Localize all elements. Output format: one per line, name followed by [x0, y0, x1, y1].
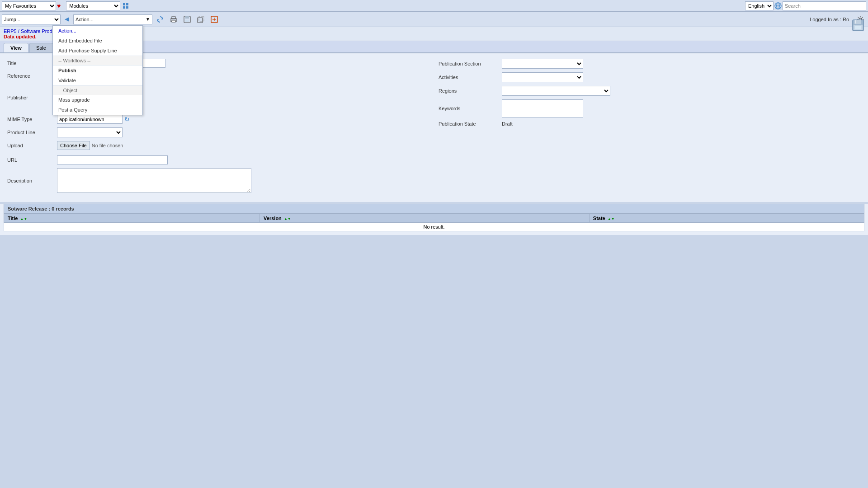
logged-in-label: Logged In as : Ro [810, 17, 853, 22]
format-toolbar-icon[interactable] [208, 14, 220, 25]
action-menu-separator-workflows: -- Workflows -- [53, 56, 142, 66]
publication-state-value: Draft [502, 121, 513, 127]
svg-rect-16 [185, 20, 189, 22]
top-bar: My Favourites ♥ Modules English [0, 0, 868, 12]
title-label: Title [7, 61, 57, 66]
action-menu-item-add-purchase[interactable]: Add Purchase Supply Line [53, 46, 142, 56]
reference-label: Reference [7, 73, 57, 79]
url-label: URL [7, 157, 57, 163]
svg-rect-13 [172, 20, 175, 22]
activities-label: Activities [439, 75, 502, 80]
svg-rect-27 [855, 26, 861, 29]
jump-select[interactable]: Jump... [2, 14, 61, 24]
sort-state-icon[interactable]: ▲▼ [608, 217, 615, 221]
search-section: English [743, 1, 866, 10]
url-input[interactable] [57, 155, 168, 164]
choose-file-button[interactable]: Choose File [57, 141, 90, 150]
save-floppy-icon [852, 19, 864, 32]
action-dropdown[interactable]: Action... ▼ [73, 14, 152, 24]
action-menu-item-action[interactable]: Action... [53, 26, 142, 36]
activities-field-group: Activities [439, 72, 861, 82]
software-release-table: Title ▲▼ Version ▲▼ State ▲▼ No result. [4, 214, 864, 231]
activities-select[interactable] [502, 72, 583, 82]
toolbar: Jump... Action... ▼ Logged In as : Ro [0, 12, 868, 27]
modules-section: Modules [66, 1, 130, 10]
no-result-cell: No result. [4, 223, 864, 231]
table-header: Sotware Release : 0 records [4, 204, 864, 214]
keywords-field-group: Keywords [439, 99, 861, 117]
save-toolbar-icon[interactable] [181, 14, 193, 25]
mime-type-input[interactable] [57, 115, 123, 124]
search-input[interactable] [783, 1, 866, 10]
col-version[interactable]: Version ▲▼ [260, 214, 590, 223]
svg-rect-2 [123, 6, 125, 9]
svg-marker-8 [65, 17, 69, 22]
upload-row: Choose File No file chosen [57, 141, 123, 150]
language-icon[interactable] [774, 1, 783, 10]
navigation-icon[interactable] [62, 15, 71, 24]
col-state[interactable]: State ▲▼ [589, 214, 864, 223]
description-textarea[interactable] [57, 168, 251, 193]
publication-section-field-group: Publication Section [439, 59, 861, 69]
url-field-group: URL [7, 155, 861, 164]
favourites-select[interactable]: My Favourites [2, 1, 56, 10]
mime-type-label: MIME Type [7, 117, 57, 122]
upload-field-group: Upload Choose File No file chosen [7, 141, 429, 150]
mime-type-field-group: MIME Type ↻ [7, 115, 429, 124]
regions-select[interactable] [502, 86, 610, 96]
regions-label: Regions [439, 88, 502, 94]
modules-action-icon[interactable] [121, 1, 130, 10]
keywords-input[interactable] [502, 99, 583, 117]
tab-view[interactable]: View [4, 43, 28, 52]
svg-rect-25 [855, 20, 856, 23]
svg-rect-0 [123, 3, 125, 5]
action-menu-item-add-embedded[interactable]: Add Embedded File [53, 36, 142, 46]
no-file-text: No file chosen [92, 143, 123, 148]
regions-field-group: Regions [439, 86, 861, 96]
action-menu: Action... Add Embedded File Add Purchase… [52, 25, 143, 115]
keywords-label: Keywords [439, 106, 502, 111]
action-menu-item-publish[interactable]: Publish [53, 66, 142, 75]
action-menu-item-post-query[interactable]: Post a Query [53, 105, 142, 115]
publication-section-select[interactable] [502, 59, 583, 69]
favourites-section: My Favourites ♥ [2, 1, 61, 10]
refresh-toolbar-icon[interactable] [154, 14, 166, 25]
form-right-column: Publication Section Activities Regions K… [439, 59, 861, 154]
data-updated-label: Data updated. [4, 34, 37, 39]
col-title[interactable]: Title ▲▼ [4, 214, 260, 223]
modules-select[interactable]: Modules [66, 1, 120, 10]
publication-state-field-group: Publication State Draft [439, 121, 861, 127]
product-line-select[interactable] [57, 127, 123, 137]
save-button-icon-area[interactable] [852, 19, 864, 33]
publication-section-label: Publication Section [439, 61, 502, 66]
favourites-heart-icon[interactable]: ♥ [57, 2, 61, 9]
tab-sale[interactable]: Sale [29, 43, 53, 52]
action-dropdown-arrow: ▼ [146, 17, 150, 22]
publication-state-label: Publication State [439, 121, 502, 127]
clone-toolbar-icon[interactable] [195, 14, 207, 25]
product-line-field-group: Product Line [7, 127, 429, 137]
print-toolbar-icon[interactable] [168, 14, 179, 25]
svg-rect-15 [185, 16, 189, 19]
mime-type-refresh-icon[interactable]: ↻ [124, 116, 130, 123]
action-menu-separator-object: -- Object -- [53, 85, 142, 95]
svg-rect-17 [198, 18, 203, 23]
action-dropdown-label: Action... [75, 17, 146, 22]
description-label: Description [7, 178, 57, 183]
sort-title-icon[interactable]: ▲▼ [20, 217, 27, 221]
svg-rect-1 [126, 3, 128, 5]
upload-label: Upload [7, 143, 57, 148]
language-select[interactable]: English [745, 1, 774, 10]
sort-version-icon[interactable]: ▲▼ [284, 217, 291, 221]
svg-rect-3 [126, 6, 128, 9]
table-section: Sotware Release : 0 records Title ▲▼ Ver… [0, 204, 868, 235]
svg-rect-18 [199, 16, 204, 21]
action-menu-item-mass-upgrade[interactable]: Mass upgrade [53, 95, 142, 105]
no-result-row: No result. [4, 223, 864, 231]
action-menu-item-validate[interactable]: Validate [53, 75, 142, 85]
product-line-label: Product Line [7, 130, 57, 135]
publisher-label: Publisher [7, 95, 57, 100]
description-field-group: Description [7, 168, 861, 193]
